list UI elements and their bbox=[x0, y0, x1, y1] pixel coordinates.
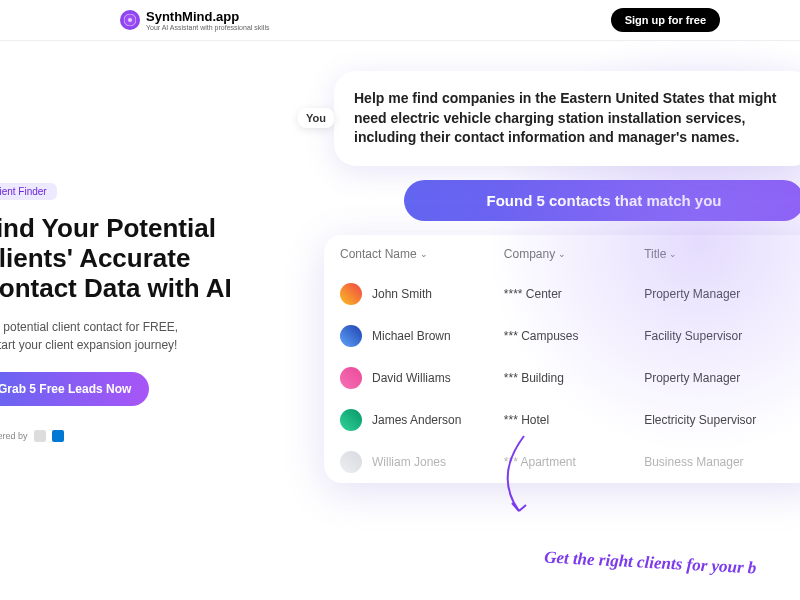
contact-name: James Anderson bbox=[372, 413, 461, 427]
subtext: et 5 potential client contact for FREE, … bbox=[0, 318, 284, 354]
azure-icon bbox=[52, 430, 64, 442]
title-cell: Property Manager bbox=[644, 287, 800, 301]
powered-by: Powered by bbox=[0, 430, 284, 442]
avatar bbox=[340, 283, 362, 305]
company-cell: *** Building bbox=[504, 371, 644, 385]
avatar bbox=[340, 409, 362, 431]
col-contact-name[interactable]: Contact Name ⌄ bbox=[340, 247, 504, 261]
cta-button[interactable]: Grab 5 Free Leads Now bbox=[0, 372, 149, 406]
hero-left: Client Finder Find Your Potential Client… bbox=[0, 41, 284, 600]
table-row[interactable]: John Smith**** CenterProperty Manager bbox=[324, 273, 800, 315]
contact-name: Michael Brown bbox=[372, 329, 451, 343]
table-row[interactable]: William Jones*** ApartmentBusiness Manag… bbox=[324, 441, 800, 483]
table-row[interactable]: James Anderson*** HotelElectricity Super… bbox=[324, 399, 800, 441]
svg-point-0 bbox=[128, 18, 132, 22]
chevron-down-icon: ⌄ bbox=[558, 249, 566, 259]
title-cell: Facility Supervisor bbox=[644, 329, 800, 343]
company-cell: *** Hotel bbox=[504, 413, 644, 427]
avatar bbox=[340, 367, 362, 389]
openai-icon bbox=[34, 430, 46, 442]
contact-name: David Williams bbox=[372, 371, 451, 385]
arrow-annotation bbox=[484, 431, 544, 521]
logo[interactable]: SynthMind.app Your AI Assistant with pro… bbox=[120, 9, 269, 31]
user-chat-bubble: You Help me find companies in the Easter… bbox=[334, 71, 800, 166]
title-cell: Business Manager bbox=[644, 455, 800, 469]
col-company[interactable]: Company ⌄ bbox=[504, 247, 644, 261]
company-cell: **** Center bbox=[504, 287, 644, 301]
avatar bbox=[340, 325, 362, 347]
main-content: Client Finder Find Your Potential Client… bbox=[0, 41, 800, 600]
logo-icon bbox=[120, 10, 140, 30]
table-row[interactable]: David Williams*** BuildingProperty Manag… bbox=[324, 357, 800, 399]
table-row[interactable]: Michael Brown*** CampusesFacility Superv… bbox=[324, 315, 800, 357]
title-cell: Electricity Supervisor bbox=[644, 413, 800, 427]
title-cell: Property Manager bbox=[644, 371, 800, 385]
you-badge: You bbox=[298, 108, 334, 128]
headline: Find Your Potential Clients' Accurate Co… bbox=[0, 214, 284, 304]
col-title[interactable]: Title ⌄ bbox=[644, 247, 800, 261]
chevron-down-icon: ⌄ bbox=[420, 249, 428, 259]
chat-text: Help me find companies in the Eastern Un… bbox=[354, 89, 794, 148]
signup-button[interactable]: Sign up for free bbox=[611, 8, 720, 32]
found-bubble: Found 5 contacts that match you bbox=[404, 180, 800, 221]
contact-name: John Smith bbox=[372, 287, 432, 301]
header-bar: SynthMind.app Your AI Assistant with pro… bbox=[0, 0, 800, 41]
logo-text: SynthMind.app bbox=[146, 9, 269, 24]
results-table: Contact Name ⌄ Company ⌄ Title ⌄ John Sm… bbox=[324, 235, 800, 483]
avatar bbox=[340, 451, 362, 473]
company-cell: *** Campuses bbox=[504, 329, 644, 343]
table-header: Contact Name ⌄ Company ⌄ Title ⌄ bbox=[324, 235, 800, 273]
chevron-down-icon: ⌄ bbox=[669, 249, 677, 259]
hero-right: Just Ch You Help me find companies in th… bbox=[304, 41, 800, 600]
annotation-get-clients: Get the right clients for your b bbox=[544, 547, 757, 578]
contact-name: William Jones bbox=[372, 455, 446, 469]
logo-tagline: Your AI Assistant with professional skil… bbox=[146, 24, 269, 31]
category-badge: Client Finder bbox=[0, 183, 57, 200]
